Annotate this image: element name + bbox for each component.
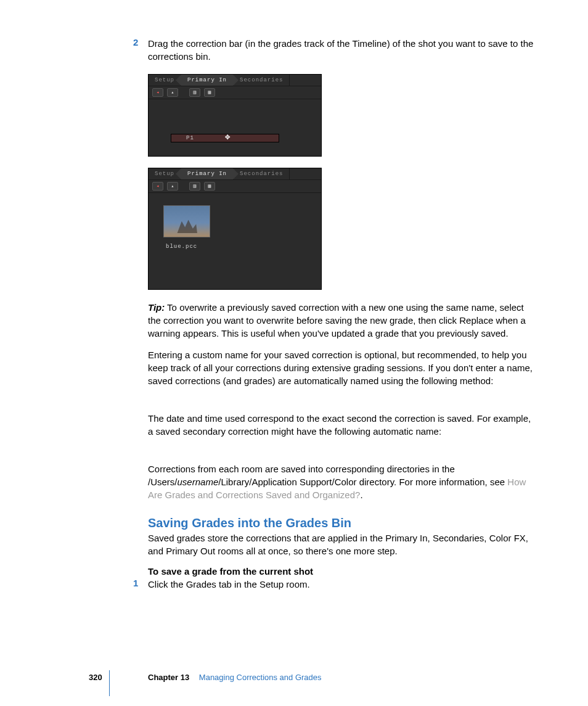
tab-label: Primary In bbox=[187, 77, 227, 83]
chapter-label: Chapter 13 bbox=[148, 673, 189, 682]
cursor-icon: ✥ bbox=[225, 131, 230, 142]
screenshot-toolbar: ◂ ▴ ▥ ▦ bbox=[149, 86, 321, 99]
tab-secondaries: Secondaries bbox=[234, 168, 290, 179]
screenshot-body: P1 ✥ bbox=[149, 99, 321, 156]
step-2: 2 Drag the correction bar (in the grades… bbox=[148, 37, 536, 63]
path-text-tail: /Library/Application Support/Color direc… bbox=[218, 477, 507, 487]
tip-label: Tip: bbox=[148, 302, 165, 313]
step-1: 1 Click the Grades tab in the Setup room… bbox=[148, 578, 536, 591]
screenshot-tabs: Setup Primary In Secondaries bbox=[149, 168, 321, 179]
section-heading: Saving Grades into the Grades Bin bbox=[148, 516, 536, 530]
paragraph-datetime: The date and time used correspond to the… bbox=[148, 412, 536, 438]
path-period: . bbox=[360, 490, 362, 500]
toolbar-button-icon: ◂ bbox=[152, 88, 163, 97]
step-text: Drag the correction bar (in the grades t… bbox=[148, 38, 533, 62]
grade-thumbnail bbox=[163, 205, 210, 237]
screenshot-timeline: Setup Primary In Secondaries ◂ ▴ ▥ ▦ P1 … bbox=[148, 74, 322, 157]
step-number: 1 bbox=[133, 578, 138, 588]
screenshot-body: blue.pcc bbox=[149, 193, 321, 289]
tab-label: Primary In bbox=[187, 171, 227, 177]
toolbar-button-icon: ▴ bbox=[167, 88, 178, 97]
footer-chapter: Chapter 13 Managing Corrections and Grad… bbox=[148, 673, 322, 682]
chapter-title: Managing Corrections and Grades bbox=[199, 673, 322, 682]
toolbar-button-icon: ▥ bbox=[189, 182, 200, 191]
toolbar-button-icon: ▥ bbox=[189, 88, 200, 97]
tip-text: To overwrite a previously saved correcti… bbox=[148, 302, 526, 339]
page-footer: 320 Chapter 13 Managing Corrections and … bbox=[0, 673, 588, 685]
tab-primary-in: Primary In bbox=[181, 75, 234, 86]
footer-divider bbox=[109, 670, 110, 696]
tab-label: Setup bbox=[155, 77, 174, 83]
correction-bar-label: P1 bbox=[186, 135, 194, 141]
tab-primary-in: Primary In bbox=[181, 168, 234, 179]
howto-heading: To save a grade from the current shot bbox=[148, 566, 536, 577]
screenshot-toolbar: ◂ ▴ ▥ ▦ bbox=[149, 179, 321, 193]
grade-thumbnail-label: blue.pcc bbox=[163, 244, 321, 250]
toolbar-button-icon: ▦ bbox=[204, 182, 215, 191]
screenshot-tabs: Setup Primary In Secondaries bbox=[149, 75, 321, 86]
toolbar-button-icon: ▦ bbox=[204, 88, 215, 97]
section-intro: Saved grades store the corrections that … bbox=[148, 532, 536, 557]
tab-label: Secondaries bbox=[240, 171, 283, 177]
step-number: 2 bbox=[133, 37, 138, 47]
tab-secondaries: Secondaries bbox=[234, 75, 290, 86]
paragraph-naming: Entering a custom name for your saved co… bbox=[148, 348, 536, 387]
tab-label: Setup bbox=[155, 171, 174, 177]
toolbar-button-icon: ◂ bbox=[152, 182, 163, 191]
paragraph-path: Corrections from each room are saved int… bbox=[148, 462, 536, 501]
tip-paragraph: Tip: To overwrite a previously saved cor… bbox=[148, 301, 536, 340]
toolbar-button-icon: ▴ bbox=[167, 182, 178, 191]
tab-label: Secondaries bbox=[240, 77, 283, 83]
page-number: 320 bbox=[89, 673, 102, 682]
step-text: Click the Grades tab in the Setup room. bbox=[148, 579, 310, 589]
path-username: username bbox=[178, 477, 219, 487]
screenshot-bin: Setup Primary In Secondaries ◂ ▴ ▥ ▦ blu… bbox=[148, 168, 322, 290]
